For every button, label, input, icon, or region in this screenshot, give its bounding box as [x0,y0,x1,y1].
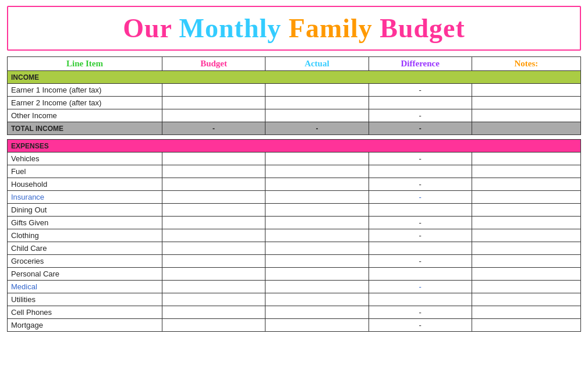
gifts-actual [265,217,369,229]
earner1-notes [472,84,580,97]
utilities-notes [472,293,580,306]
cellphones-budget [162,306,265,319]
table-row: Medical - [8,281,581,293]
earner1-budget [162,84,265,97]
table-row: Mortgage - [8,319,581,332]
total-income-row: TOTAL INCOME - - - [8,122,581,135]
expenses-section-header: EXPENSES [8,140,581,153]
medical-notes [472,281,580,293]
household-difference: - [369,178,472,191]
col-header-notes: Notes: [472,57,580,71]
utilities-actual [265,293,369,306]
table-row: Groceries - [8,255,581,268]
earner1-actual [265,84,369,97]
table-row: Earner 1 Income (after tax) - [8,84,581,97]
income-section-header: INCOME [8,71,581,84]
medical-item: Medical [8,281,162,293]
other-income-budget [162,109,265,122]
dining-difference [369,204,472,217]
table-row: Vehicles - [8,153,581,165]
groceries-notes [472,255,580,268]
table-row: Gifts Given - [8,217,581,229]
mortgage-difference: - [369,319,472,332]
fuel-actual [265,165,369,178]
total-income-actual: - [265,122,369,135]
other-income-notes [472,109,580,122]
table-row: Earner 2 Income (after tax) [8,97,581,109]
dining-notes [472,204,580,217]
dining-budget [162,204,265,217]
col-header-lineitem: Line Item [8,57,162,71]
expenses-label: EXPENSES [8,140,581,153]
col-header-actual: Actual [265,57,369,71]
spacer-row [8,135,581,140]
title-budget: Budget [380,13,465,43]
household-budget [162,178,265,191]
insurance-actual [265,191,369,204]
table-row: Personal Care [8,268,581,281]
earner2-budget [162,97,265,109]
vehicles-actual [265,153,369,165]
medical-difference: - [369,281,472,293]
gifts-difference: - [369,217,472,229]
title-box: Our Monthly Family Budget [7,6,581,51]
mortgage-notes [472,319,580,332]
clothing-actual [265,229,369,242]
cellphones-difference: - [369,306,472,319]
mortgage-item: Mortgage [8,319,162,332]
personalcare-notes [472,268,580,281]
cellphones-item: Cell Phones [8,306,162,319]
table-row: Utilities [8,293,581,306]
title-text: Our Monthly Family Budget [123,13,465,43]
mortgage-budget [162,319,265,332]
earner2-difference [369,97,472,109]
vehicles-notes [472,153,580,165]
personalcare-budget [162,268,265,281]
income-label: INCOME [8,71,581,84]
insurance-difference: - [369,191,472,204]
other-income-difference: - [369,109,472,122]
other-income-item: Other Income [8,109,162,122]
insurance-budget [162,191,265,204]
household-item: Household [8,178,162,191]
fuel-notes [472,165,580,178]
gifts-notes [472,217,580,229]
groceries-actual [265,255,369,268]
total-income-difference: - [369,122,472,135]
vehicles-difference: - [369,153,472,165]
household-notes [472,178,580,191]
page: Our Monthly Family Budget Line Item Budg… [0,0,588,343]
earner2-item: Earner 2 Income (after tax) [8,97,162,109]
childcare-notes [472,242,580,255]
table-row: Dining Out [8,204,581,217]
cellphones-actual [265,306,369,319]
clothing-budget [162,229,265,242]
table-row: Cell Phones - [8,306,581,319]
earner1-difference: - [369,84,472,97]
table-row: Insurance - [8,191,581,204]
title-our: Our [123,13,179,43]
utilities-budget [162,293,265,306]
vehicles-item: Vehicles [8,153,162,165]
fuel-difference [369,165,472,178]
personalcare-actual [265,268,369,281]
earner2-actual [265,97,369,109]
mortgage-actual [265,319,369,332]
col-header-difference: Difference [369,57,472,71]
insurance-notes [472,191,580,204]
fuel-budget [162,165,265,178]
table-row: Fuel [8,165,581,178]
budget-table: Line Item Budget Actual Difference Notes… [7,56,581,332]
gifts-item: Gifts Given [8,217,162,229]
insurance-item: Insurance [8,191,162,204]
medical-budget [162,281,265,293]
household-actual [265,178,369,191]
total-income-notes [472,122,580,135]
title-family: Family [289,13,380,43]
total-income-label: TOTAL INCOME [8,122,162,135]
col-header-budget: Budget [162,57,265,71]
other-income-actual [265,109,369,122]
table-row: Household - [8,178,581,191]
total-income-budget: - [162,122,265,135]
utilities-item: Utilities [8,293,162,306]
